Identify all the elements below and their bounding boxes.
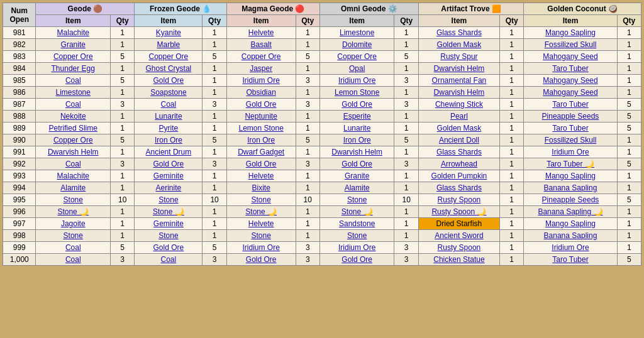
magma-item[interactable]: Stone xyxy=(226,194,296,206)
magma-item[interactable]: Lemon Stone xyxy=(226,123,296,134)
artifact-item[interactable]: Dwarvish Helm xyxy=(418,87,499,99)
omni-item[interactable]: Limestone xyxy=(319,27,394,39)
artifact-item[interactable]: Rusty Spur xyxy=(418,51,499,63)
artifact-item[interactable]: Golden Mask xyxy=(418,39,499,51)
magma-item[interactable]: Helvete xyxy=(226,170,296,182)
artifact-item[interactable]: Dwarvish Helm xyxy=(418,63,499,75)
artifact-item[interactable]: Glass Shards xyxy=(418,146,499,158)
magma-item[interactable]: Iron Ore xyxy=(226,134,296,146)
artifact-item[interactable]: Rusty Spoon xyxy=(418,242,499,254)
frozen-item[interactable]: Geminite xyxy=(135,218,203,230)
artifact-item[interactable]: Pearl xyxy=(418,111,499,123)
magma-item[interactable]: Gold Ore xyxy=(226,99,296,111)
geode-item[interactable]: Limestone xyxy=(36,87,111,99)
geode-item[interactable]: Malachite xyxy=(36,27,111,39)
coconut-item[interactable]: Pineapple Seeds xyxy=(524,111,617,123)
magma-item[interactable]: Stone 🌙 xyxy=(226,206,296,218)
magma-item[interactable]: Copper Ore xyxy=(226,51,296,63)
coconut-item[interactable]: Iridium Ore xyxy=(524,242,617,254)
coconut-item[interactable]: Mahogany Seed xyxy=(524,75,617,87)
magma-item[interactable]: Iridium Ore xyxy=(226,242,296,254)
geode-item[interactable]: Stone xyxy=(36,194,111,206)
artifact-item[interactable]: Arrowhead xyxy=(418,158,499,170)
magma-item[interactable]: Gold Ore xyxy=(226,254,296,266)
frozen-item[interactable]: Stone xyxy=(135,230,203,242)
artifact-item[interactable]: Ancient Doll xyxy=(418,134,499,146)
omni-item[interactable]: Stone xyxy=(319,230,394,242)
frozen-item[interactable]: Stone 🌙 xyxy=(135,206,203,218)
artifact-item[interactable]: Rusty Spoon 🌙 xyxy=(418,206,499,218)
coconut-item[interactable]: Taro Tuber xyxy=(524,123,617,134)
frozen-item[interactable]: Gold Ore xyxy=(135,75,203,87)
omni-item[interactable]: Copper Ore xyxy=(319,51,394,63)
geode-item[interactable]: Alamite xyxy=(36,182,111,194)
geode-item[interactable]: Malachite xyxy=(36,170,111,182)
magma-item[interactable]: Helvete xyxy=(226,27,296,39)
omni-item[interactable]: Stone 🌙 xyxy=(319,206,394,218)
coconut-item[interactable]: Fossilized Skull xyxy=(524,39,617,51)
magma-item[interactable]: Obsidian xyxy=(226,87,296,99)
magma-item[interactable]: Bixite xyxy=(226,182,296,194)
omni-item[interactable]: Dolomite xyxy=(319,39,394,51)
magma-item[interactable]: Jasper xyxy=(226,63,296,75)
geode-item[interactable]: Stone xyxy=(36,230,111,242)
magma-item[interactable]: Stone xyxy=(226,230,296,242)
magma-item[interactable]: Helvete xyxy=(226,218,296,230)
frozen-item[interactable]: Geminite xyxy=(135,170,203,182)
artifact-item[interactable]: Dried Starfish xyxy=(418,218,499,230)
coconut-item[interactable]: Mango Sapling xyxy=(524,27,617,39)
artifact-item[interactable]: Golden Mask xyxy=(418,123,499,134)
omni-item[interactable]: Gold Ore xyxy=(319,254,394,266)
omni-item[interactable]: Dwarvish Helm xyxy=(319,146,394,158)
artifact-item[interactable]: Glass Shards xyxy=(418,27,499,39)
artifact-item[interactable]: Golden Pumpkin xyxy=(418,170,499,182)
coconut-item[interactable]: Mahogany Seed xyxy=(524,87,617,99)
omni-item[interactable]: Gold Ore xyxy=(319,158,394,170)
omni-item[interactable]: Opal xyxy=(319,63,394,75)
artifact-item[interactable]: Rusty Spoon xyxy=(418,194,499,206)
omni-item[interactable]: Lemon Stone xyxy=(319,87,394,99)
omni-item[interactable]: Sandstone xyxy=(319,218,394,230)
coconut-item[interactable]: Banana Sapling 🌙 xyxy=(524,206,617,218)
frozen-item[interactable]: Copper Ore xyxy=(135,51,203,63)
geode-item[interactable]: Copper Ore xyxy=(36,134,111,146)
coconut-item[interactable]: Taro Tuber xyxy=(524,254,617,266)
frozen-item[interactable]: Kyanite xyxy=(135,27,203,39)
omni-item[interactable]: Granite xyxy=(319,170,394,182)
geode-item[interactable]: Coal xyxy=(36,158,111,170)
magma-item[interactable]: Basalt xyxy=(226,39,296,51)
geode-item[interactable]: Coal xyxy=(36,254,111,266)
coconut-item[interactable]: Taro Tuber xyxy=(524,99,617,111)
coconut-item[interactable]: Mahogany Seed xyxy=(524,51,617,63)
artifact-item[interactable]: Chicken Statue xyxy=(418,254,499,266)
frozen-item[interactable]: Ghost Crystal xyxy=(135,63,203,75)
frozen-item[interactable]: Coal xyxy=(135,99,203,111)
frozen-item[interactable]: Lunarite xyxy=(135,111,203,123)
geode-item[interactable]: Thunder Egg xyxy=(36,63,111,75)
magma-item[interactable]: Dwarf Gadget xyxy=(226,146,296,158)
omni-item[interactable]: Lunarite xyxy=(319,123,394,134)
omni-item[interactable]: Iridium Ore xyxy=(319,75,394,87)
coconut-item[interactable]: Pineapple Seeds xyxy=(524,194,617,206)
geode-item[interactable]: Coal xyxy=(36,75,111,87)
omni-item[interactable]: Iron Ore xyxy=(319,134,394,146)
geode-item[interactable]: Stone 🌙 xyxy=(36,206,111,218)
frozen-item[interactable]: Gold Ore xyxy=(135,158,203,170)
frozen-item[interactable]: Iron Ore xyxy=(135,134,203,146)
coconut-item[interactable]: Fossilized Skull xyxy=(524,134,617,146)
coconut-item[interactable]: Taro Tuber xyxy=(524,63,617,75)
frozen-item[interactable]: Coal xyxy=(135,254,203,266)
geode-item[interactable]: Copper Ore xyxy=(36,51,111,63)
geode-item[interactable]: Granite xyxy=(36,39,111,51)
coconut-item[interactable]: Mango Sapling xyxy=(524,170,617,182)
omni-item[interactable]: Stone xyxy=(319,194,394,206)
coconut-item[interactable]: Taro Tuber 🌙 xyxy=(524,158,617,170)
magma-item[interactable]: Neptunite xyxy=(226,111,296,123)
frozen-item[interactable]: Ancient Drum xyxy=(135,146,203,158)
omni-item[interactable]: Alamite xyxy=(319,182,394,194)
coconut-item[interactable]: Banana Sapling xyxy=(524,182,617,194)
artifact-item[interactable]: Ornamental Fan xyxy=(418,75,499,87)
coconut-item[interactable]: Mango Sapling xyxy=(524,218,617,230)
artifact-item[interactable]: Glass Shards xyxy=(418,182,499,194)
frozen-item[interactable]: Marble xyxy=(135,39,203,51)
